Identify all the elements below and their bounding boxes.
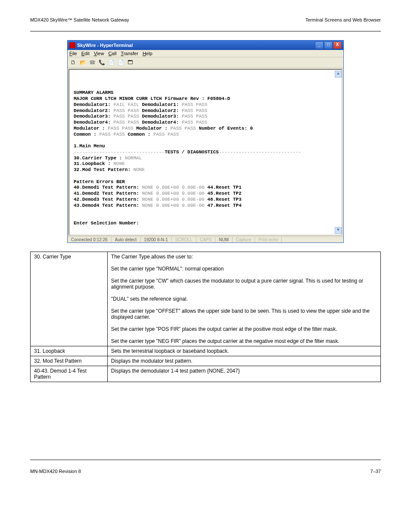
col-pattern: Pattern bbox=[74, 179, 93, 184]
maj-val: FAIL FAIL bbox=[113, 102, 139, 107]
window-title: SkyWire - HyperTerminal bbox=[77, 43, 133, 48]
opt-32[interactable]: 32.Mod Test Pattern: bbox=[74, 167, 131, 172]
min-row: Demodulator3: bbox=[142, 114, 179, 119]
col-errors: Errors bbox=[97, 179, 114, 184]
maj-row: Common : bbox=[74, 132, 97, 137]
opt-40-b: 0.00E-00 bbox=[182, 185, 205, 190]
statusbar: Connected 0:12:26 Auto detect 19200 8-N-… bbox=[68, 236, 343, 243]
maj-val: PASS PASS bbox=[113, 114, 139, 119]
description-table: 30. Carrier Type The Carrier Type allows… bbox=[30, 252, 381, 382]
app-icon bbox=[69, 42, 75, 48]
status-num: NUM bbox=[215, 237, 233, 243]
close-button[interactable]: X bbox=[333, 41, 342, 49]
opt-47[interactable]: 47.Reset TP4 bbox=[207, 203, 241, 208]
dash: ----------------------------- bbox=[219, 149, 301, 155]
opt-43-e: 0.00E+00 bbox=[156, 203, 179, 208]
major-label: MAJOR bbox=[74, 96, 88, 101]
min-row: Demodulator2: bbox=[142, 108, 179, 113]
connect-icon[interactable]: ☎ bbox=[88, 59, 96, 66]
opt-41[interactable]: 41.Demod2 Test Pattern: bbox=[74, 191, 139, 196]
cell-31-desc: Sets the terrestrial loopback or baseban… bbox=[107, 346, 380, 356]
open-icon[interactable]: 📂 bbox=[79, 59, 87, 66]
opt-43[interactable]: 43.Demod4 Test Pattern: bbox=[74, 203, 139, 208]
terminal-area[interactable]: ▲ ▼ SUMMARY ALARMS MAJOR CURR LTCH MINOR… bbox=[68, 69, 342, 236]
major-colhdr: CURR LTCH bbox=[91, 96, 116, 101]
maximize-button[interactable]: □ bbox=[324, 41, 333, 49]
top-rule bbox=[30, 31, 381, 31]
opt-30[interactable]: 30.Carrier Type : bbox=[74, 156, 122, 161]
opt-31-val: NONE bbox=[113, 161, 125, 166]
opt-42[interactable]: 42.Demod3 Test Pattern: bbox=[74, 197, 139, 202]
doc-header-right: Terminal Screens and Web Browser bbox=[305, 17, 381, 22]
scroll-down-icon[interactable]: ▼ bbox=[335, 227, 342, 234]
bottom-rule bbox=[30, 460, 381, 460]
cell-31-label: 31. Loopback bbox=[31, 346, 108, 356]
opt-46[interactable]: 46.Reset TP3 bbox=[207, 197, 241, 202]
maj-val: PASS PASS bbox=[113, 108, 139, 113]
opt-30-val: NORMAL bbox=[125, 156, 142, 161]
menu-transfer[interactable]: Transfer bbox=[121, 51, 138, 56]
opt-43-b: 0.00E-00 bbox=[182, 203, 205, 208]
status-autodetect: Auto detect bbox=[112, 237, 141, 243]
min-row: Modulator : bbox=[136, 126, 168, 131]
opt-31[interactable]: 31.Loopback : bbox=[74, 161, 111, 166]
opt-41-b: 0.00E-00 bbox=[182, 191, 205, 196]
maj-val: PASS PASS bbox=[99, 132, 125, 137]
summary-alarms-heading: SUMMARY ALARMS bbox=[74, 90, 113, 95]
table-row: 32. Mod Test Pattern Displays the modula… bbox=[31, 356, 381, 366]
new-icon[interactable]: 🗋 bbox=[69, 59, 77, 66]
send-icon[interactable]: 📄 bbox=[107, 59, 115, 66]
min-val: PASS PASS bbox=[182, 102, 207, 107]
table-row: 30. Carrier Type The Carrier Type allows… bbox=[31, 252, 381, 346]
section-title: TESTS / DIAGNOSTICS bbox=[165, 149, 218, 155]
table-row: 40-43. Demod 1-4 Test Pattern Displays t… bbox=[31, 366, 381, 382]
receive-icon[interactable]: 📄 bbox=[117, 59, 125, 66]
menu-call[interactable]: Call bbox=[108, 51, 116, 56]
maj-row: Demodulator2: bbox=[74, 108, 111, 113]
prompt[interactable]: Enter Selection Number: bbox=[74, 221, 139, 226]
opt-45[interactable]: 45.Reset TP2 bbox=[207, 191, 241, 196]
menu-file[interactable]: File bbox=[69, 51, 77, 56]
firmware-value: F05804-D bbox=[207, 96, 230, 101]
doc-footer-left: MN-MDX420 Revision 8 bbox=[30, 469, 81, 474]
menu-help[interactable]: Help bbox=[143, 51, 153, 56]
opt-41-e: 0.00E+00 bbox=[156, 191, 179, 196]
cell-4043-label: 40-43. Demod 1-4 Test Pattern bbox=[31, 366, 108, 382]
properties-icon[interactable]: 🗔 bbox=[126, 59, 134, 66]
min-val: PASS PASS bbox=[171, 126, 196, 131]
doc-header-left: MDX420 SkyWire™ Satellite Network Gatewa… bbox=[30, 17, 129, 22]
maj-val: PASS PASS bbox=[108, 126, 133, 131]
opt-42-p: NONE bbox=[142, 197, 153, 202]
minimize-button[interactable]: _ bbox=[315, 41, 324, 49]
status-scroll: SCROLL bbox=[172, 237, 196, 243]
opt-44[interactable]: 44.Reset TP1 bbox=[207, 185, 241, 190]
min-row: Demodulator4: bbox=[142, 120, 179, 125]
menu-edit[interactable]: Edit bbox=[81, 51, 90, 56]
maj-row: Demodulator4: bbox=[74, 120, 111, 125]
menu-view[interactable]: View bbox=[94, 51, 104, 56]
disconnect-icon[interactable]: 📞 bbox=[98, 59, 106, 66]
numevents-label: Number of Events: bbox=[199, 126, 247, 131]
opt-42-b: 0.00E-00 bbox=[182, 197, 205, 202]
scroll-up-icon[interactable]: ▲ bbox=[335, 71, 342, 78]
cell-30-desc: The Carrier Type allows the user to: Set… bbox=[107, 252, 380, 346]
opt-41-p: NONE bbox=[142, 191, 153, 196]
col-ber: BER bbox=[116, 179, 125, 184]
opt-40[interactable]: 40.Demod1 Test Pattern: bbox=[74, 185, 139, 190]
min-row: Demodulator1: bbox=[142, 102, 179, 107]
opt-40-e: 0.00E+00 bbox=[156, 185, 179, 190]
cell-30-label: 30. Carrier Type bbox=[31, 252, 108, 346]
minor-label: MINOR bbox=[119, 96, 134, 101]
menubar: File Edit View Call Transfer Help bbox=[68, 50, 343, 57]
status-capture: Capture bbox=[233, 237, 255, 243]
dash: -------------------------------- bbox=[74, 149, 165, 155]
min-row: Common : bbox=[128, 132, 150, 137]
main-menu-link[interactable]: 1.Main Menu bbox=[74, 143, 105, 149]
opt-40-p: NONE bbox=[142, 185, 153, 190]
status-connected: Connected 0:12:26 bbox=[68, 237, 112, 243]
maj-row: Demodulator1: bbox=[74, 102, 111, 107]
status-baud: 19200 8-N-1 bbox=[140, 237, 172, 243]
hyperterminal-window: SkyWire - HyperTerminal _ □ X File Edit … bbox=[67, 40, 344, 243]
toolbar: 🗋 📂 ☎ 📞 📄 📄 🗔 bbox=[68, 57, 343, 68]
cell-32-desc: Displays the modulator test pattern. bbox=[107, 356, 380, 366]
